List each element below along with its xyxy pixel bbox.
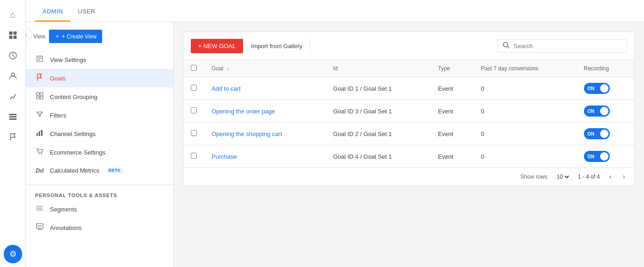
tab-user[interactable]: USER	[70, 2, 103, 22]
row-checkbox-0[interactable]	[191, 85, 197, 91]
nav-item-ecommerce-settings[interactable]: Ecommerce Settings	[26, 143, 173, 161]
content-row: View ＋ + Create View ‹	[26, 22, 644, 267]
row-conversions-3: 0	[474, 145, 577, 168]
toggle-recording-1[interactable]: ON	[584, 106, 610, 117]
goal-link-1[interactable]: Opening the order page	[212, 108, 275, 115]
search-input[interactable]	[514, 43, 622, 50]
row-checkbox-1[interactable]	[191, 107, 197, 113]
select-all-checkbox[interactable]	[191, 65, 197, 71]
svg-rect-9	[36, 93, 39, 95]
sidebar-user-icon[interactable]	[4, 67, 22, 85]
svg-rect-1	[13, 31, 17, 35]
view-settings-icon	[35, 55, 44, 64]
content-grouping-icon	[35, 92, 44, 101]
new-goal-button[interactable]: + NEW GOAL	[191, 39, 243, 53]
svg-rect-2	[9, 36, 12, 39]
row-recording-3: ON	[577, 145, 635, 168]
calculated-metrics-label: Calculated Metrics	[50, 167, 99, 174]
goal-link-0[interactable]: Add to cart	[212, 85, 241, 92]
nav-item-channel-settings[interactable]: Channel Settings	[26, 124, 173, 143]
table-row: Opening the order page Goal ID 3 / Goal …	[183, 100, 634, 123]
svg-rect-11	[36, 96, 39, 99]
row-checkbox-3[interactable]	[191, 153, 197, 159]
sidebar-acquisition-icon[interactable]	[4, 87, 22, 106]
toggle-recording-0[interactable]: ON	[584, 83, 610, 94]
import-from-gallery-button[interactable]: Import from Gallery	[243, 37, 310, 54]
header-select-all[interactable]	[183, 60, 204, 77]
svg-rect-15	[41, 130, 43, 136]
rows-per-page-select[interactable]: 10 25 50	[555, 173, 571, 180]
section-divider	[26, 185, 173, 185]
table-header: Goal ↓ Id Type Past 7 day conversions Re…	[183, 60, 634, 77]
sidebar-clock-icon[interactable]	[4, 46, 22, 65]
svg-rect-0	[9, 31, 12, 35]
svg-rect-13	[36, 133, 38, 136]
svg-rect-10	[40, 93, 43, 95]
sidebar-home-icon[interactable]: ⌂	[4, 6, 22, 24]
show-rows-label: Show rows	[520, 174, 547, 180]
row-conversions-2: 0	[474, 123, 577, 145]
row-checkbox-2[interactable]	[191, 130, 197, 136]
search-box	[498, 39, 627, 53]
goals-container: + NEW GOAL Import from Gallery	[183, 31, 635, 186]
row-goal-name-3: Purchase	[204, 145, 326, 168]
row-checkbox-cell[interactable]	[183, 77, 204, 100]
goal-link-3[interactable]: Purchase	[212, 153, 237, 160]
goal-link-2[interactable]: Opening the shopping cart	[212, 130, 282, 137]
nav-item-view-settings[interactable]: View Settings	[26, 50, 173, 69]
tab-admin[interactable]: ADMIN	[35, 2, 70, 22]
nav-item-goals[interactable]: Goals	[26, 69, 173, 87]
row-recording-1: ON	[577, 100, 635, 123]
svg-rect-8	[9, 118, 17, 120]
row-checkbox-cell[interactable]	[183, 123, 204, 145]
nav-item-filters[interactable]: Filters	[26, 106, 173, 124]
sidebar-flag-icon[interactable]	[4, 128, 22, 146]
svg-rect-18	[36, 224, 43, 229]
svg-rect-7	[9, 116, 17, 118]
goals-icon	[35, 74, 44, 83]
sort-icon: ↓	[227, 66, 229, 71]
goals-tbody: Add to cart Goal ID 1 / Goal Set 1 Event…	[183, 77, 634, 168]
sidebar-dashboard-icon[interactable]	[4, 26, 22, 44]
row-goal-id-0: Goal ID 1 / Goal Set 1	[326, 77, 431, 100]
row-conversions-1: 0	[474, 100, 577, 123]
left-panel-header: View ＋ + Create View	[26, 22, 173, 47]
nav-item-content-grouping[interactable]: Content Grouping	[26, 87, 173, 106]
row-recording-2: ON	[577, 123, 635, 145]
nav-section: View Settings Goals	[26, 47, 173, 183]
table-row: Add to cart Goal ID 1 / Goal Set 1 Event…	[183, 77, 634, 100]
row-checkbox-cell[interactable]	[183, 100, 204, 123]
filters-icon	[35, 111, 44, 120]
prev-page-button[interactable]: ‹	[607, 172, 613, 182]
sidebar-settings-icon[interactable]: ⚙	[4, 245, 22, 263]
view-settings-label: View Settings	[50, 56, 86, 63]
ecommerce-settings-icon	[35, 148, 44, 157]
pagination-info: 1 - 4 of 4	[578, 174, 600, 180]
row-goal-id-3: Goal ID 4 / Goal Set 1	[326, 145, 431, 168]
nav-item-annotations[interactable]: Annotations	[26, 218, 173, 237]
table-row: Opening the shopping cart Goal ID 2 / Go…	[183, 123, 634, 145]
right-panel: + NEW GOAL Import from Gallery	[174, 22, 644, 267]
top-tabs: ADMIN USER	[26, 0, 644, 22]
next-page-button[interactable]: ›	[621, 172, 627, 182]
row-recording-0: ON	[577, 77, 635, 100]
content-grouping-label: Content Grouping	[50, 93, 97, 100]
goals-table: Goal ↓ Id Type Past 7 day conversions Re…	[183, 60, 634, 168]
row-checkbox-cell[interactable]	[183, 145, 204, 168]
main-area: ADMIN USER View ＋ + Create View ‹	[26, 0, 644, 267]
goals-toolbar: + NEW GOAL Import from Gallery	[183, 32, 634, 60]
header-goal: Goal ↓	[204, 60, 326, 77]
toggle-recording-2[interactable]: ON	[584, 128, 610, 139]
sidebar-behavior-icon[interactable]	[4, 107, 22, 126]
table-row: Purchase Goal ID 4 / Goal Set 1 Event 0 …	[183, 145, 634, 168]
create-view-button[interactable]: ＋ + Create View	[49, 30, 103, 43]
icon-sidebar: ⌂ ⚙	[0, 0, 26, 267]
svg-point-17	[41, 153, 42, 154]
nav-item-calculated-metrics[interactable]: Dd Calculated Metrics BETA	[26, 161, 173, 179]
toggle-recording-3[interactable]: ON	[584, 151, 610, 162]
header-conversions: Past 7 day conversions	[474, 60, 577, 77]
personal-tools-label: PERSONAL TOOLS & ASSETS	[26, 187, 173, 200]
row-conversions-0: 0	[474, 77, 577, 100]
row-type-3: Event	[431, 145, 474, 168]
nav-item-segments[interactable]: Segments	[26, 200, 173, 218]
